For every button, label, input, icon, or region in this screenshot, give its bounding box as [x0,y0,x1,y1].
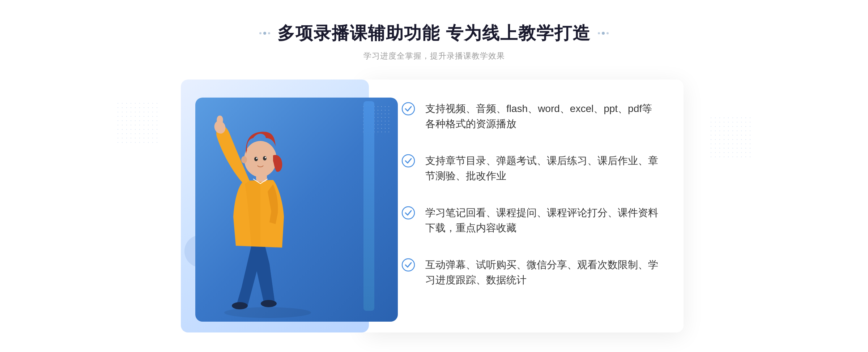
svg-point-13 [402,207,414,219]
title-dots-right [598,32,609,35]
check-icon-2 [401,154,415,168]
svg-point-2 [261,300,277,307]
page-subtitle: 学习进度全掌握，提升录播课教学效果 [259,51,608,61]
page-title: 多项录播课辅助功能 专为线上教学打造 [277,22,590,45]
feature-text-1: 支持视频、音频、flash、word、excel、ppt、pdf等各种格式的资源… [425,101,658,132]
svg-point-12 [402,155,414,167]
main-content: » 支持视频、音频、flash、word、excel、ppt、pdf等各种格式的… [181,80,687,332]
feature-text-2: 支持章节目录、弹题考试、课后练习、课后作业、章节测验、批改作业 [425,153,658,184]
dot-3 [268,32,270,34]
person-illustration [181,72,369,325]
check-icon-3 [401,206,415,220]
feature-text-3: 学习笔记回看、课程提问、课程评论打分、课件资料下载，重点内容收藏 [425,205,658,236]
dot-2 [263,32,266,35]
svg-point-11 [402,103,414,115]
svg-point-6 [254,157,258,161]
title-dots-left [259,32,270,35]
dot-pattern-right [709,116,752,159]
feature-item-4: 互动弹幕、试听购买、微信分享、观看次数限制、学习进度跟踪、数据统计 [401,257,658,288]
svg-point-8 [256,158,258,159]
feature-item-3: 学习笔记回看、课程提问、课程评论打分、课件资料下载，重点内容收藏 [401,205,658,236]
illustration-card [181,80,369,332]
header-title-row: 多项录播课辅助功能 专为线上教学打造 [259,22,608,45]
dot-4 [598,32,600,34]
page-wrapper: 多项录播课辅助功能 专为线上教学打造 学习进度全掌握，提升录播课教学效果 [0,0,868,352]
svg-point-14 [402,259,414,271]
svg-point-10 [241,156,247,163]
feature-item-1: 支持视频、音频、flash、word、excel、ppt、pdf等各种格式的资源… [401,101,658,132]
dot-5 [602,32,605,35]
dot-1 [259,32,261,34]
feature-item-2: 支持章节目录、弹题考试、课后练习、课后作业、章节测验、批改作业 [401,153,658,184]
svg-point-1 [232,302,248,309]
dot-6 [607,32,609,34]
header-section: 多项录播课辅助功能 专为线上教学打造 学习进度全掌握，提升录播课教学效果 [259,22,608,61]
svg-point-9 [265,157,266,158]
check-icon-1 [401,102,415,116]
svg-point-7 [263,156,267,160]
check-icon-4 [401,258,415,272]
dot-pattern-left [116,101,159,145]
features-card: 支持视频、音频、flash、word、excel、ppt、pdf等各种格式的资源… [365,80,684,332]
svg-point-5 [244,141,277,177]
feature-text-4: 互动弹幕、试听购买、微信分享、观看次数限制、学习进度跟踪、数据统计 [425,257,658,288]
